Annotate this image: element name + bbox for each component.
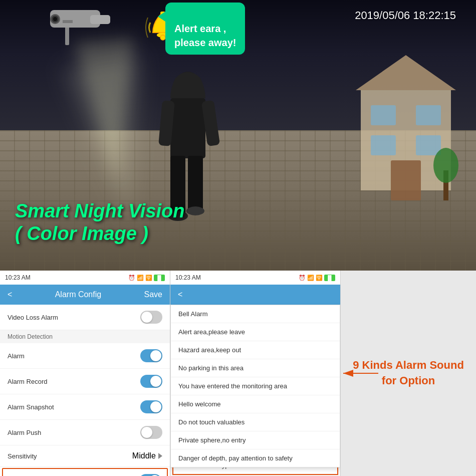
dropdown-item-danger[interactable]: Danger of depth, pay attention to safety: [171, 449, 340, 467]
dropdown-item-entered[interactable]: You have entered the monitoring area: [171, 377, 340, 395]
alarm-record-row: Alarm Record: [0, 369, 170, 394]
sensitivity-arrow-icon: [158, 453, 162, 459]
left-nav-back-btn[interactable]: <: [8, 290, 12, 299]
alarm-sound-toggle[interactable]: [139, 474, 161, 476]
right-wifi-icon: 🛜: [316, 275, 323, 281]
top-image-section: Alert eara , please away! 2019/05/06 18:…: [0, 0, 476, 271]
svg-point-14: [53, 17, 57, 21]
right-status-icons: ⏰ 📶 🛜 ▐▌: [299, 275, 335, 281]
svg-rect-4: [371, 135, 396, 155]
left-phone-screen: 10:23 AM ⏰ 📶 🛜 ▐▌ < Alarm Config Save Vi…: [0, 271, 170, 476]
alarm-sound-row: Alarm Sound: [2, 468, 168, 476]
left-nav-bar: < Alarm Config Save: [0, 285, 170, 305]
alarm-record-toggle[interactable]: [140, 375, 162, 388]
right-phone-screen: 10:23 AM ⏰ 📶 🛜 ▐▌ < Video... Motio... Al…: [170, 271, 341, 476]
svg-rect-3: [416, 105, 441, 125]
light-beam2: [74, 38, 146, 182]
smart-text-line1: Smart Night Vision: [15, 200, 185, 223]
video-loss-alarm-toggle[interactable]: [140, 311, 162, 324]
alarm-push-label: Alarm Push: [8, 429, 41, 436]
sensitivity-value-area: Middle: [132, 451, 162, 460]
left-status-time: 10:23 AM: [5, 274, 31, 281]
dropdown-item-notouch[interactable]: Do not touch valuables: [171, 413, 340, 431]
left-status-icons: ⏰ 📶 🛜 ▐▌: [128, 275, 165, 281]
svg-point-18: [160, 35, 165, 40]
alarm-row: Alarm: [0, 343, 170, 369]
alarm-snapshot-toggle[interactable]: [140, 400, 162, 413]
building: [351, 50, 461, 200]
svg-rect-2: [371, 105, 396, 125]
video-loss-alarm-row: Video Loss Alarm: [0, 305, 170, 330]
svg-point-26: [186, 206, 204, 215]
left-status-bar: 10:23 AM ⏰ 📶 🛜 ▐▌: [0, 271, 170, 285]
dropdown-item-bell[interactable]: Bell Alarm: [171, 305, 340, 323]
camera-icon-area: [40, 5, 130, 57]
datetime-text: 2019/05/06 18:22:15: [355, 9, 456, 22]
sensitivity-row[interactable]: Sensitivity Middle: [0, 445, 170, 467]
right-signal-icon: 📶: [307, 275, 314, 281]
annotation-area: 9 Kinds Alarm Sound for Option: [341, 271, 476, 476]
svg-marker-1: [356, 55, 456, 90]
alert-bubble: Alert eara , please away!: [165, 3, 245, 55]
sensitivity-value-text: Middle: [132, 451, 156, 460]
right-status-time: 10:23 AM: [175, 274, 201, 281]
signal-icon: 📶: [137, 275, 144, 281]
alarm-snapshot-label: Alarm Snapshot: [8, 403, 54, 411]
alarm-push-row: Alarm Push: [0, 420, 170, 445]
svg-rect-11: [90, 15, 110, 24]
bottom-section: 10:23 AM ⏰ 📶 🛜 ▐▌ < Alarm Config Save Vi…: [0, 271, 476, 476]
alarm-label: Alarm: [8, 352, 25, 360]
right-nav-back-btn[interactable]: <: [178, 290, 182, 299]
alarm-icon: ⏰: [128, 275, 135, 281]
battery-icon: ▐▌: [154, 275, 165, 281]
alarm-snapshot-row: Alarm Snapshot: [0, 394, 170, 420]
alarm-record-label: Alarm Record: [8, 378, 47, 385]
alert-text: Alert eara , please away!: [174, 23, 236, 48]
right-alarm-icon: ⏰: [299, 275, 306, 281]
smart-night-vision-text: Smart Night Vision ( Color Image ): [15, 200, 185, 246]
dropdown-item-hello[interactable]: Hello welcome: [171, 395, 340, 413]
left-settings-content: Video Loss Alarm Motion Detection Alarm …: [0, 305, 170, 476]
left-nav-title: Alarm Config: [55, 290, 101, 299]
left-nav-save-btn[interactable]: Save: [144, 290, 162, 299]
right-battery-icon: ▐▌: [324, 275, 335, 281]
wifi-icon: 🛜: [145, 275, 152, 281]
sensitivity-label: Sensitivity: [8, 452, 37, 460]
svg-rect-15: [63, 20, 73, 23]
svg-rect-20: [170, 98, 205, 158]
smart-text-line2: ( Color Image ): [15, 222, 185, 246]
right-status-bar: 10:23 AM ⏰ 📶 🛜 ▐▌: [170, 271, 340, 285]
dropdown-item-alert[interactable]: Alert area,please leave: [171, 323, 340, 341]
svg-point-8: [433, 148, 458, 183]
datetime-overlay: 2019/05/06 18:22:15: [355, 9, 456, 22]
dropdown-item-noparking[interactable]: No parking in this area: [171, 359, 340, 377]
alarm-sound-dropdown[interactable]: Bell Alarm Alert area,please leave Hazar…: [170, 305, 340, 467]
alarm-toggle[interactable]: [140, 349, 162, 362]
video-loss-alarm-label: Video Loss Alarm: [8, 314, 58, 321]
alarm-push-toggle[interactable]: [140, 426, 162, 439]
right-nav-bar: <: [170, 285, 340, 305]
dropdown-item-hazard[interactable]: Hazard area,keep out: [171, 341, 340, 359]
motion-detection-header: Motion Detection: [0, 330, 170, 343]
svg-rect-5: [416, 135, 441, 155]
svg-rect-6: [391, 160, 421, 200]
svg-rect-24: [188, 156, 203, 211]
dropdown-item-private[interactable]: Private sphere,no entry: [171, 431, 340, 449]
annotation-arrow: [341, 366, 381, 381]
